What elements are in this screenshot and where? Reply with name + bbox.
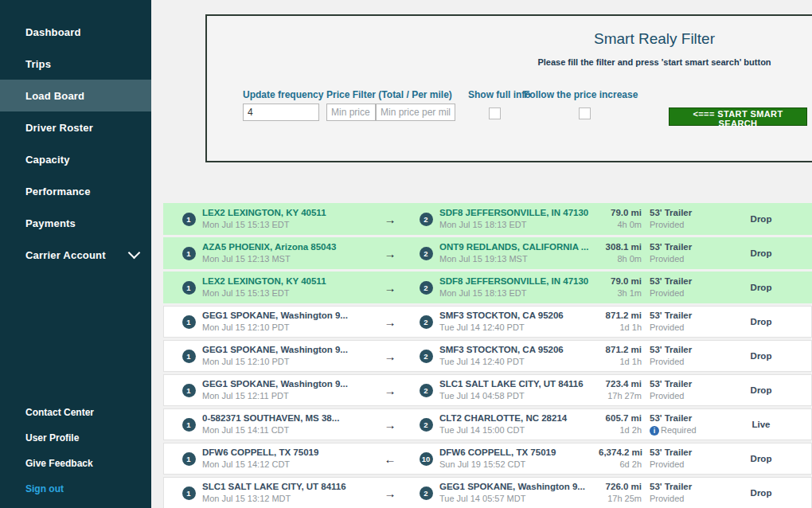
- load-list: 1 LEX2 LEXINGTON, KY 40511 Mon Jul 15 15…: [163, 203, 812, 508]
- distance-value: 723.4 mi: [599, 378, 642, 391]
- trailer-status-text: Provided: [650, 357, 684, 366]
- trailer-status-text: Required: [661, 425, 697, 435]
- load-row[interactable]: 1 LEX2 LEXINGTON, KY 40511 Mon Jul 15 15…: [163, 272, 812, 303]
- distance-block: 308.1 mi 8h 0m: [599, 241, 642, 265]
- trailer-block: 53' Trailer iProvided: [642, 344, 729, 368]
- sidebar-item[interactable]: Capacity: [0, 143, 151, 175]
- origin-stop-badge: 1: [182, 247, 196, 260]
- sidebar-item[interactable]: Payments: [0, 207, 151, 239]
- smart-relay-filter-panel: Smart Realy Filter Please fill the filte…: [205, 14, 812, 162]
- destination-datetime: Tue Jul 14 04:58 PDT: [439, 390, 599, 402]
- duration-value: 1d 2h: [599, 424, 642, 436]
- trailer-block: 53' Trailer iProvided: [642, 241, 729, 265]
- destination-datetime: Mon Jul 15 19:13 MST: [439, 253, 599, 265]
- trailer-status: iProvided: [650, 219, 729, 231]
- destination-block: SLC1 SALT LAKE CITY, UT 84116 Tue Jul 14…: [439, 378, 599, 402]
- duration-value: 1d 1h: [599, 322, 642, 334]
- route-arrow-icon: →: [368, 487, 412, 500]
- load-type-label: Drop: [729, 351, 793, 361]
- distance-block: 723.4 mi 17h 27m: [599, 378, 642, 402]
- load-type-label: Drop: [729, 214, 793, 224]
- sidebar-item-label: Payments: [25, 217, 76, 229]
- load-type-label: Drop: [729, 248, 793, 258]
- sidebar-item-label: Performance: [25, 186, 91, 197]
- distance-value: 79.0 mi: [599, 275, 642, 288]
- trailer-status: iProvided: [650, 390, 729, 402]
- origin-datetime: Mon Jul 15 12:13 MST: [202, 253, 368, 265]
- load-row[interactable]: 1 GEG1 SPOKANE, Washington 9... Mon Jul …: [163, 340, 812, 372]
- origin-stop-badge: 1: [182, 350, 196, 363]
- destination-location: SMF3 STOCKTON, CA 95206: [439, 344, 599, 357]
- sidebar-item[interactable]: Load Board: [0, 80, 151, 111]
- load-row[interactable]: 1 SLC1 SALT LAKE CITY, UT 84116 Mon Jul …: [163, 477, 812, 508]
- show-full-info-checkbox[interactable]: [489, 107, 501, 119]
- origin-stop-badge: 1: [182, 487, 196, 500]
- origin-location: LEX2 LEXINGTON, KY 40511: [202, 275, 368, 288]
- start-smart-search-button[interactable]: <=== START SMART SEARCH: [669, 107, 807, 126]
- load-row[interactable]: 1 DFW6 COPPELL, TX 75019 Mon Jul 15 14:1…: [163, 443, 812, 475]
- duration-value: 8h 0m: [599, 253, 642, 265]
- origin-stop-badge: 1: [182, 452, 196, 466]
- origin-stop-badge: 1: [182, 384, 196, 397]
- trailer-type: 53' Trailer: [650, 481, 729, 494]
- sidebar-item[interactable]: Trips: [0, 48, 151, 80]
- sidebar-footer-item[interactable]: Contact Center: [0, 400, 151, 425]
- update-frequency-input[interactable]: [243, 104, 319, 121]
- trailer-status: iProvided: [650, 253, 729, 265]
- min-price-input[interactable]: [326, 104, 376, 121]
- load-type-label: Live: [729, 420, 793, 429]
- origin-stop-badge: 1: [182, 213, 196, 226]
- trailer-block: 53' Trailer iProvided: [642, 447, 729, 471]
- destination-block: GEG1 SPOKANE, Washington 9... Tue Jul 14…: [439, 481, 599, 505]
- sidebar-item[interactable]: Performance: [0, 175, 151, 207]
- trailer-type: 53' Trailer: [650, 241, 729, 254]
- load-row[interactable]: 1 LEX2 LEXINGTON, KY 40511 Mon Jul 15 15…: [163, 203, 812, 235]
- follow-price-increase-label: Follow the price increase: [524, 89, 638, 100]
- duration-value: 6d 2h: [599, 459, 642, 471]
- destination-block: SDF8 JEFFERSONVILLE, IN 47130 Mon Jul 15…: [439, 275, 599, 299]
- trailer-status: iProvided: [650, 322, 729, 334]
- origin-datetime: Mon Jul 15 15:13 EDT: [202, 219, 368, 231]
- origin-block: GEG1 SPOKANE, Washington 9... Mon Jul 15…: [202, 378, 368, 402]
- trailer-status-text: Provided: [650, 459, 684, 469]
- update-frequency-label: Update frequency: [243, 89, 323, 100]
- duration-value: 1d 1h: [599, 356, 642, 368]
- distance-value: 79.0 mi: [599, 207, 642, 220]
- distance-block: 726.0 mi 17h 25m: [599, 481, 642, 505]
- show-full-info-label: Show full info: [468, 89, 531, 100]
- info-icon: i: [650, 426, 659, 436]
- dest-stop-badge-wrap: 2: [412, 384, 439, 397]
- origin-stop-badge-wrap: 1: [175, 281, 202, 295]
- trailer-status-text: Provided: [650, 494, 684, 503]
- sidebar-item-label: Carrier Account: [25, 249, 106, 261]
- load-row[interactable]: 1 GEG1 SPOKANE, Washington 9... Mon Jul …: [163, 374, 812, 406]
- load-row[interactable]: 1 GEG1 SPOKANE, Washington 9... Mon Jul …: [163, 306, 812, 338]
- load-row[interactable]: 1 0-582371 SOUTHAVEN, MS 38... Mon Jul 1…: [163, 408, 812, 440]
- origin-stop-badge: 1: [182, 281, 196, 295]
- sidebar-item-label: Driver Roster: [25, 122, 93, 134]
- origin-datetime: Mon Jul 15 13:12 MDT: [202, 493, 368, 505]
- destination-datetime: Tue Jul 14 12:40 PDT: [439, 322, 599, 334]
- load-row[interactable]: 1 AZA5 PHOENIX, Arizona 85043 Mon Jul 15…: [163, 237, 812, 269]
- origin-stop-badge-wrap: 1: [175, 247, 202, 260]
- origin-location: AZA5 PHOENIX, Arizona 85043: [202, 241, 368, 254]
- origin-datetime: Mon Jul 15 12:10 PDT: [202, 322, 368, 334]
- trailer-block: 53' Trailer iProvided: [642, 275, 729, 299]
- dest-stop-badge-wrap: 2: [412, 350, 439, 363]
- sidebar-footer-item[interactable]: Give Feedback: [0, 451, 151, 476]
- sidebar-item[interactable]: Dashboard: [0, 16, 151, 48]
- load-type-label: Drop: [729, 385, 793, 395]
- trailer-status: iProvided: [650, 356, 729, 368]
- trailer-status: iRequired: [650, 424, 729, 436]
- sidebar-footer-item[interactable]: User Profile: [0, 425, 151, 451]
- sign-out-link[interactable]: Sign out: [0, 476, 151, 502]
- sidebar-item[interactable]: Carrier Account: [0, 239, 151, 271]
- origin-location: DFW6 COPPELL, TX 75019: [202, 447, 368, 459]
- min-price-per-mile-input[interactable]: [376, 104, 455, 121]
- sidebar-item[interactable]: Driver Roster: [0, 111, 151, 143]
- origin-location: 0-582371 SOUTHAVEN, MS 38...: [202, 412, 368, 425]
- follow-price-increase-checkbox[interactable]: [579, 107, 591, 119]
- origin-stop-badge: 1: [182, 418, 196, 432]
- sidebar-footer-label: Contact Center: [25, 407, 94, 418]
- trailer-status: iProvided: [650, 493, 729, 505]
